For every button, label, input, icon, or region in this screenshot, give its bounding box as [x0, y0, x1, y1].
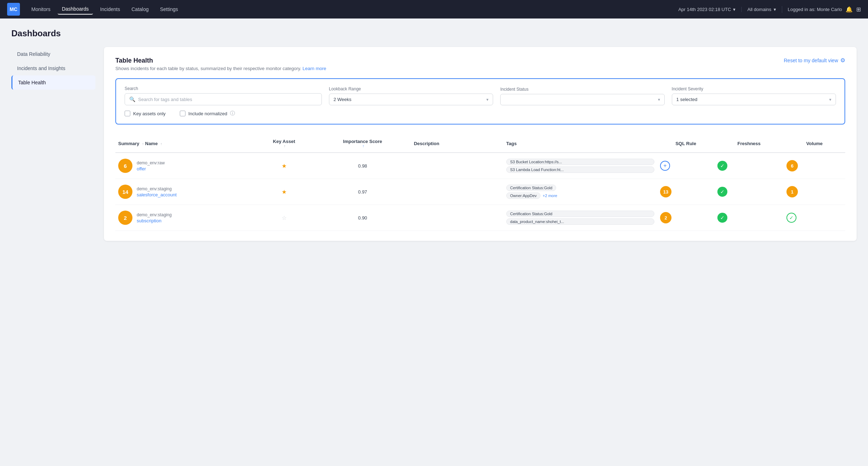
- row3-importance: 0.90: [314, 205, 411, 231]
- include-normalized-checkbox-label[interactable]: Include normalized ⓘ: [180, 110, 235, 117]
- search-placeholder: Search for tags and tables: [138, 97, 192, 102]
- domain-selector[interactable]: All domains ▾: [741, 7, 776, 12]
- row3-key-asset: ☆: [254, 205, 314, 231]
- row2-summary-badge: 14: [118, 185, 132, 199]
- row3-summary-name: 2 demo_env:staging subscription: [115, 205, 254, 231]
- row2-tags: Certification Status:Gold Owner:AppDev +…: [503, 179, 657, 205]
- row1-tag-1: S3 Bucket Location:https://s...: [506, 159, 654, 165]
- page-title: Dashboards: [11, 28, 857, 38]
- row2-sql-badge: 13: [660, 186, 671, 197]
- status-select[interactable]: ▾: [500, 94, 664, 105]
- row3-name-cell: demo_env:staging subscription: [137, 212, 172, 223]
- row3-name-env: demo_env:staging: [137, 212, 172, 217]
- nav-item-dashboards[interactable]: Dashboards: [58, 4, 93, 15]
- sidebar-item-data-reliability[interactable]: Data Reliability: [11, 47, 95, 61]
- row1-star-icon[interactable]: ★: [282, 163, 287, 169]
- logo: MC: [7, 3, 20, 16]
- reset-default-view-link[interactable]: Reset to my default view ⚙: [784, 57, 845, 64]
- row1-freshness: ✓: [715, 153, 784, 179]
- include-normalized-label: Include normalized: [188, 111, 227, 116]
- row2-sql-rule: 13: [657, 179, 715, 205]
- key-assets-checkbox-label[interactable]: Key assets only: [125, 111, 166, 116]
- row2-more-tags[interactable]: +2 more: [543, 194, 557, 198]
- row3-volume-check-icon: ✓: [786, 213, 796, 223]
- row1-importance: 0.98: [314, 153, 411, 179]
- row1-add-sql-button[interactable]: +: [660, 161, 670, 171]
- filters-box: Search 🔍 Search for tags and tables Look…: [115, 78, 845, 125]
- row1-summary-name: 6 demo_env:raw offer: [115, 153, 254, 179]
- row3-sql-rule: 2: [657, 205, 715, 231]
- sidebar-item-incidents-insights[interactable]: Incidents and Insights: [11, 61, 95, 75]
- user-display: Logged in as: Monte Carlo 🔔 ⊞: [782, 6, 861, 13]
- lookback-label: Lookback Range: [329, 86, 493, 91]
- row3-tag-1: Certification Status:Gold: [506, 211, 654, 217]
- col-header-importance: Importance Score ↑: [314, 134, 411, 153]
- row2-importance: 0.97: [314, 179, 411, 205]
- table-row: 2 demo_env:staging subscription ☆: [115, 205, 845, 231]
- health-table: Summary ↑ Name ↑ Key Asset ↑: [115, 134, 845, 231]
- row1-key-asset: ★: [254, 153, 314, 179]
- domain-chevron-icon: ▾: [774, 7, 776, 12]
- row1-tags: S3 Bucket Location:https://s... S3 Lambd…: [503, 153, 657, 179]
- sidebar: Data Reliability Incidents and Insights …: [11, 47, 104, 241]
- col-header-description: Description: [411, 134, 503, 153]
- panel-description: Shows incidents for each table by status…: [115, 66, 326, 71]
- sort-summary-icon[interactable]: ↑: [142, 142, 144, 146]
- row3-freshness-check-icon: ✓: [717, 213, 727, 223]
- col-header-sql-rule: SQL Rule: [657, 134, 715, 153]
- row1-freshness-check-icon: ✓: [717, 161, 727, 171]
- panel-header: Table Health Shows incidents for each ta…: [115, 57, 845, 71]
- row3-name-link[interactable]: subscription: [137, 218, 172, 223]
- status-chevron-icon: ▾: [658, 97, 660, 102]
- nav-item-incidents[interactable]: Incidents: [96, 4, 124, 14]
- row1-volume-badge: 6: [786, 160, 798, 171]
- row2-volume-badge: 1: [786, 186, 798, 197]
- row1-name-link[interactable]: offer: [137, 166, 165, 171]
- row3-star-icon[interactable]: ☆: [282, 215, 287, 221]
- row1-description: [411, 153, 503, 179]
- nav-item-catalog[interactable]: Catalog: [127, 4, 153, 14]
- sort-key-icon[interactable]: ↑: [284, 144, 286, 148]
- row3-tag-2: data_product_name:shohei_t...: [506, 218, 654, 225]
- datetime-chevron-icon[interactable]: ▾: [733, 7, 736, 12]
- info-icon: ⓘ: [230, 110, 235, 117]
- bell-icon[interactable]: 🔔: [846, 6, 853, 13]
- status-label: Incident Status: [500, 87, 664, 92]
- main-panel: Table Health Shows incidents for each ta…: [104, 47, 857, 241]
- sidebar-item-table-health[interactable]: Table Health: [11, 75, 95, 90]
- row2-star-icon[interactable]: ★: [282, 189, 287, 195]
- search-label: Search: [125, 86, 322, 91]
- learn-more-link[interactable]: Learn more: [303, 66, 326, 71]
- lookback-select[interactable]: 2 Weeks ▾: [329, 94, 493, 105]
- row2-summary-name: 14 demo_env:staging salesforce_account: [115, 179, 254, 205]
- col-header-tags: Tags: [503, 134, 657, 153]
- key-assets-checkbox[interactable]: [125, 111, 130, 116]
- grid-icon[interactable]: ⊞: [856, 6, 861, 13]
- row2-name-link[interactable]: salesforce_account: [137, 192, 177, 197]
- severity-select[interactable]: 1 selected ▾: [672, 94, 836, 105]
- key-assets-label: Key assets only: [133, 111, 166, 116]
- row3-volume: ✓: [784, 205, 845, 231]
- search-input[interactable]: 🔍 Search for tags and tables: [125, 93, 322, 105]
- severity-chevron-icon: ▾: [829, 97, 831, 102]
- lookback-chevron-icon: ▾: [486, 97, 488, 102]
- include-normalized-checkbox[interactable]: [180, 111, 185, 116]
- row3-description: [411, 205, 503, 231]
- row2-volume: 1: [784, 179, 845, 205]
- row1-name-env: demo_env:raw: [137, 160, 165, 165]
- col-header-volume: Volume: [784, 134, 845, 153]
- lookback-filter-group: Lookback Range 2 Weeks ▾: [329, 86, 493, 105]
- row1-volume: 6: [784, 153, 845, 179]
- row1-sql-rule: +: [657, 153, 715, 179]
- panel-title: Table Health: [115, 57, 326, 64]
- row1-name-cell: demo_env:raw offer: [137, 160, 165, 171]
- sort-name-icon[interactable]: ↑: [161, 142, 162, 146]
- nav-item-monitors[interactable]: Monitors: [27, 4, 55, 14]
- severity-filter-group: Incident Severity 1 selected ▾: [672, 86, 836, 105]
- nav-item-settings[interactable]: Settings: [156, 4, 183, 14]
- row1-summary-badge: 6: [118, 159, 132, 173]
- gear-icon: ⚙: [840, 57, 845, 64]
- sort-importance-icon[interactable]: ↑: [362, 144, 364, 148]
- row3-summary-badge: 2: [118, 211, 132, 225]
- row2-tag-1: Certification Status:Gold: [506, 185, 556, 191]
